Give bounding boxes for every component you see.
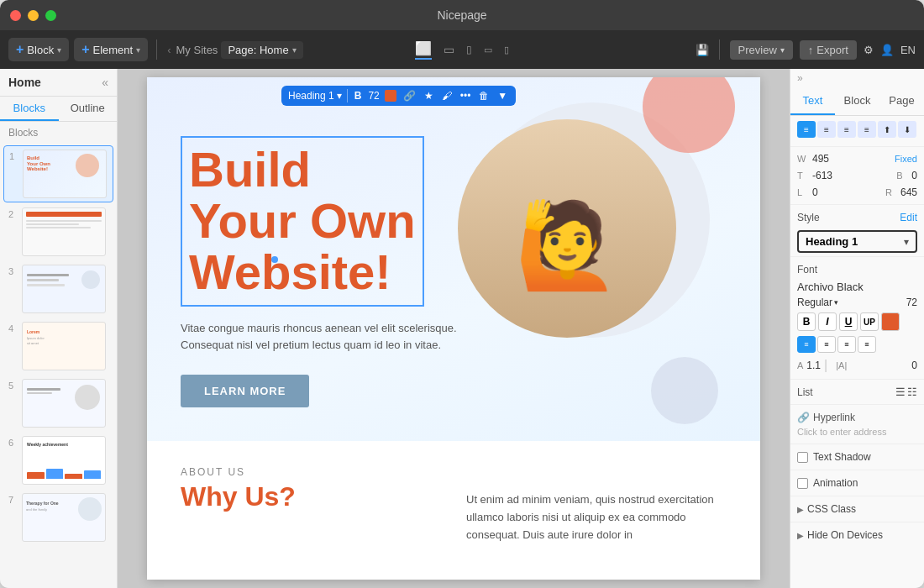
para-center-btn[interactable]: ≡ bbox=[817, 336, 836, 353]
b-value[interactable]: 0 bbox=[911, 170, 917, 181]
css-class-label: CSS Class bbox=[807, 503, 856, 515]
accordion-arrow-icon: ▶ bbox=[797, 505, 804, 514]
tab-outline[interactable]: Outline bbox=[59, 97, 118, 121]
link-button[interactable]: 🔗 bbox=[402, 90, 417, 102]
tab-block[interactable]: Block bbox=[835, 87, 879, 115]
text-color-swatch[interactable] bbox=[881, 312, 900, 331]
t-value[interactable]: -613 bbox=[812, 170, 832, 181]
mobile-landscape-icon[interactable]: ▭ bbox=[484, 45, 492, 55]
hide-devices-accordion[interactable]: ▶ Hide On Devices bbox=[790, 526, 924, 544]
spacing-a-label: A bbox=[797, 360, 803, 370]
ft-heading-label[interactable]: Heading 1 ▾ bbox=[288, 90, 342, 102]
para-justify-btn[interactable]: ≡ bbox=[858, 336, 876, 353]
close-button[interactable] bbox=[10, 10, 21, 21]
align-top-btn[interactable]: ⬆ bbox=[878, 121, 896, 138]
text-shadow-row: Text Shadow bbox=[790, 448, 924, 466]
language-button[interactable]: EN bbox=[900, 44, 916, 56]
more-button[interactable]: ••• bbox=[459, 90, 473, 102]
hyperlink-hint[interactable]: Click to enter address bbox=[790, 427, 924, 440]
save-button[interactable]: 💾 bbox=[696, 44, 709, 56]
align-left-btn[interactable]: ≡ bbox=[797, 121, 816, 138]
r-value[interactable]: 645 bbox=[900, 186, 917, 198]
ordered-list-btn[interactable]: ☷ bbox=[907, 386, 917, 398]
italic-format-btn[interactable]: I bbox=[818, 312, 837, 331]
page-item-7[interactable]: 7 Therapy for One and the family bbox=[3, 490, 113, 545]
page-item-6[interactable]: 6 Weekly achievement bbox=[3, 433, 113, 488]
unordered-list-btn[interactable]: ☰ bbox=[895, 386, 906, 398]
style-selector[interactable]: Heading 1 ▾ bbox=[797, 230, 917, 253]
page-item-5[interactable]: 5 bbox=[3, 375, 113, 431]
l-value[interactable]: 0 bbox=[812, 186, 818, 198]
minimize-button[interactable] bbox=[28, 10, 39, 21]
panel-expand[interactable]: » bbox=[790, 69, 924, 87]
mobile-portrait-icon[interactable]: ▯ bbox=[504, 45, 509, 55]
delete-button[interactable]: 🗑 bbox=[477, 90, 491, 102]
page-thumb-5 bbox=[22, 379, 106, 428]
format-buttons-row: B I U UP bbox=[790, 310, 924, 333]
settings-button[interactable]: ⚙ bbox=[864, 44, 874, 56]
page-num-5: 5 bbox=[8, 379, 17, 428]
text-shadow-checkbox[interactable] bbox=[797, 452, 808, 463]
resize-handle[interactable] bbox=[271, 256, 278, 263]
brush-button[interactable]: 🖌 bbox=[440, 90, 454, 102]
canvas-area[interactable]: Heading 1 ▾ B 72 🔗 ★ bbox=[118, 69, 790, 588]
page-item-2[interactable]: 2 bbox=[3, 204, 113, 260]
add-element-button[interactable]: + Element ▾ bbox=[74, 38, 148, 61]
font-style-label: Regular bbox=[797, 297, 832, 308]
spacing-a-value[interactable]: 1.1 bbox=[806, 360, 821, 371]
animation-checkbox[interactable] bbox=[797, 478, 808, 489]
width-mode[interactable]: Fixed bbox=[895, 154, 917, 164]
font-style-dropdown[interactable]: Regular ▾ bbox=[797, 297, 838, 308]
para-right-btn[interactable]: ≡ bbox=[837, 336, 856, 353]
save-icon: 💾 bbox=[696, 44, 709, 56]
down-button[interactable]: ▼ bbox=[496, 90, 509, 102]
style-name: Heading 1 bbox=[806, 235, 858, 248]
learn-more-button[interactable]: LEARN MORE bbox=[181, 375, 309, 407]
align-right-btn[interactable]: ≡ bbox=[837, 121, 856, 138]
current-page-dropdown[interactable]: Page: Home ▾ bbox=[221, 41, 302, 59]
font-name[interactable]: Archivo Black bbox=[790, 279, 924, 295]
alignment-row: ≡ ≡ ≡ ≡ ⬆ ⬇ bbox=[790, 116, 924, 143]
window-controls bbox=[10, 10, 56, 21]
maximize-button[interactable] bbox=[45, 10, 56, 21]
align-center-btn[interactable]: ≡ bbox=[817, 121, 836, 138]
width-value[interactable]: 495 bbox=[812, 153, 829, 165]
add-block-button[interactable]: + Block ▾ bbox=[8, 38, 69, 61]
page-item-3[interactable]: 3 bbox=[3, 261, 113, 317]
uppercase-format-btn[interactable]: UP bbox=[860, 312, 879, 331]
star-button[interactable]: ★ bbox=[423, 90, 435, 102]
hyperlink-row[interactable]: 🔗 Hyperlink bbox=[790, 408, 924, 427]
color-picker[interactable] bbox=[385, 90, 396, 102]
font-size-value[interactable]: 72 bbox=[906, 297, 917, 308]
align-justify-btn[interactable]: ≡ bbox=[858, 121, 876, 138]
hide-devices-label: Hide On Devices bbox=[807, 529, 883, 541]
divider-2 bbox=[790, 204, 924, 205]
preview-button[interactable]: Preview ▾ bbox=[730, 40, 793, 60]
hero-heading[interactable]: BuildYour OwnWebsite! bbox=[181, 136, 424, 307]
underline-format-btn[interactable]: U bbox=[839, 312, 858, 331]
style-edit-button[interactable]: Edit bbox=[900, 212, 917, 223]
tablet-icon[interactable]: ▭ bbox=[444, 43, 454, 56]
bold-button[interactable]: B bbox=[353, 90, 364, 102]
css-class-accordion[interactable]: ▶ CSS Class bbox=[790, 500, 924, 518]
desktop-icon[interactable]: ⬜ bbox=[415, 40, 432, 60]
user-button[interactable]: 👤 bbox=[880, 44, 894, 56]
para-left-btn[interactable]: ≡ bbox=[797, 336, 816, 353]
main-content: Home « Blocks Outline Blocks 1 BuildYour… bbox=[0, 69, 924, 588]
align-bottom-btn[interactable]: ⬇ bbox=[898, 121, 916, 138]
tab-blocks[interactable]: Blocks bbox=[0, 97, 59, 121]
canvas-scroll[interactable]: Heading 1 ▾ B 72 🔗 ★ bbox=[118, 69, 790, 588]
bold-format-btn[interactable]: B bbox=[797, 312, 816, 331]
tab-page[interactable]: Page bbox=[879, 87, 924, 115]
spacing-a2-value[interactable]: 0 bbox=[911, 360, 917, 371]
t-label: T bbox=[797, 171, 809, 181]
export-button[interactable]: ↑ Export bbox=[800, 40, 857, 60]
page-item-1[interactable]: 1 BuildYour OwnWebsite! bbox=[3, 145, 113, 202]
font-sub-row: Regular ▾ 72 bbox=[790, 295, 924, 310]
tablet-portrait-icon[interactable]: ▯ bbox=[466, 44, 472, 55]
tab-text[interactable]: Text bbox=[790, 87, 835, 115]
collapse-icon[interactable]: « bbox=[102, 76, 108, 89]
my-sites-link[interactable]: My Sites bbox=[176, 44, 218, 56]
sidebar-title: Home bbox=[8, 76, 41, 89]
page-item-4[interactable]: 4 Lorem Ipsum dolorsit amet bbox=[3, 318, 113, 374]
